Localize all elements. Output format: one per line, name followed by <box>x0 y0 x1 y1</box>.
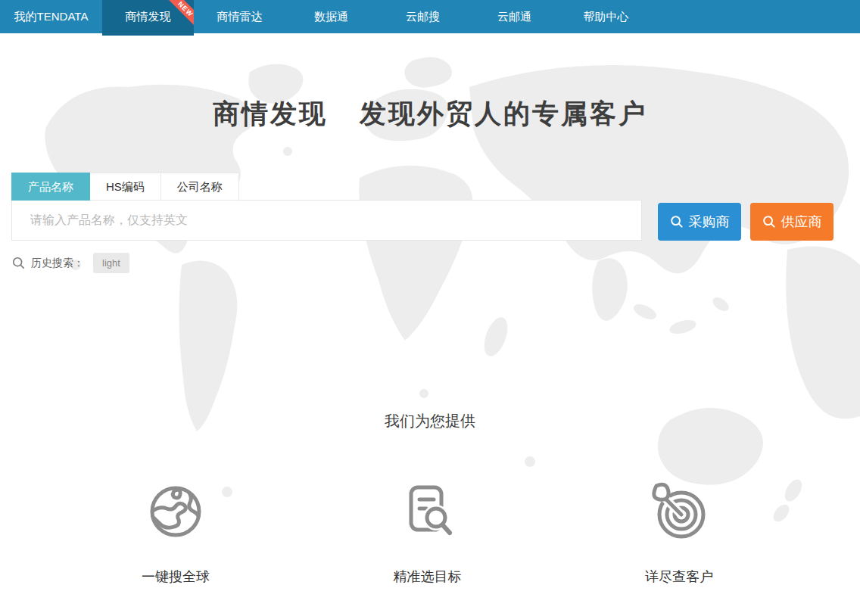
tab-label: 公司名称 <box>177 180 223 193</box>
history-search-icon <box>12 257 25 269</box>
history-search-row: 历史搜索： light <box>12 253 129 273</box>
nav-item-data-link[interactable]: 数据通 <box>285 0 377 33</box>
document-search-icon <box>396 480 460 543</box>
nav-item-cloud-mail[interactable]: 云邮通 <box>469 0 560 33</box>
target-dart-icon <box>647 480 711 543</box>
tab-label: HS编码 <box>106 180 145 193</box>
feature-label: 一键搜全球 <box>100 568 251 586</box>
nav-item-label: 商情发现 <box>126 10 171 23</box>
feature-precise-target: 精准选目标 <box>352 480 503 586</box>
search-icon <box>762 215 776 229</box>
supplier-search-button[interactable]: 供应商 <box>750 203 834 241</box>
supplier-button-label: 供应商 <box>781 213 822 231</box>
features-heading: 我们为您提供 <box>0 411 860 431</box>
search-input[interactable] <box>11 200 642 241</box>
tab-company-name[interactable]: 公司名称 <box>161 173 239 201</box>
nav-item-my-tendata[interactable]: 我的TENDATA <box>0 0 102 33</box>
search-icon <box>670 215 684 229</box>
tab-label: 产品名称 <box>28 180 73 193</box>
page-title-left: 商情发现 <box>213 98 328 129</box>
nav-item-label: 云邮通 <box>497 10 531 23</box>
nav-item-label: 商情雷达 <box>217 10 263 23</box>
nav-item-business-radar[interactable]: 商情雷达 <box>194 0 285 33</box>
tab-hs-code[interactable]: HS编码 <box>90 173 161 201</box>
nav-item-label: 我的TENDATA <box>14 10 89 23</box>
tab-product-name[interactable]: 产品名称 <box>11 173 90 201</box>
feature-detailed-customer: 详尽查客户 <box>603 480 755 586</box>
feature-label: 详尽查客户 <box>603 568 755 586</box>
nav-item-help-center[interactable]: 帮助中心 <box>560 0 652 33</box>
page-title-right: 发现外贸人的专属客户 <box>360 98 647 129</box>
feature-label: 精准选目标 <box>352 568 503 586</box>
page-title: 商情发现发现外贸人的专属客户 <box>0 96 860 132</box>
page: 我的TENDATA 商情发现 NEW 商情雷达 数据通 云邮搜 云邮通 帮助中心… <box>0 0 860 616</box>
nav-item-cloud-mail-search[interactable]: 云邮搜 <box>377 0 469 33</box>
feature-global-search: 一键搜全球 <box>100 480 251 586</box>
buyer-search-button[interactable]: 采购商 <box>658 203 741 241</box>
search-tabs: 产品名称 HS编码 公司名称 <box>11 173 239 201</box>
top-navbar: 我的TENDATA 商情发现 NEW 商情雷达 数据通 云邮搜 云邮通 帮助中心 <box>0 0 860 33</box>
nav-item-business-discovery[interactable]: 商情发现 NEW <box>102 0 194 36</box>
new-badge: NEW <box>169 0 194 26</box>
features-row: 一键搜全球 精准选目标 <box>0 480 860 586</box>
globe-icon <box>144 480 207 543</box>
history-search-label: 历史搜索： <box>31 257 84 270</box>
history-search-tag[interactable]: light <box>93 253 129 273</box>
nav-item-label: 数据通 <box>314 10 348 23</box>
buyer-button-label: 采购商 <box>689 213 730 231</box>
nav-item-label: 帮助中心 <box>584 10 629 23</box>
nav-item-label: 云邮搜 <box>406 10 440 23</box>
